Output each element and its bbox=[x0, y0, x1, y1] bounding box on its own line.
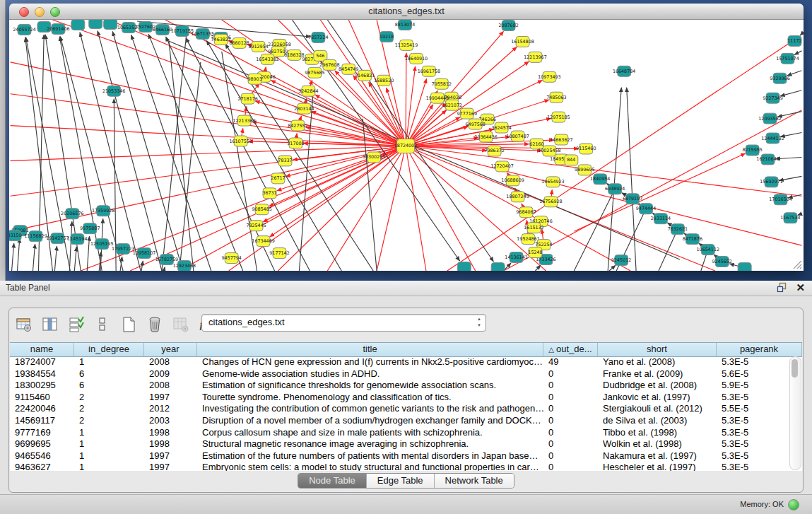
table-row[interactable]: 946362711997Embryonic stem cells: a mode… bbox=[10, 462, 802, 471]
graph-node[interactable] bbox=[104, 20, 117, 29]
tab-network-table[interactable]: Network Table bbox=[435, 474, 514, 488]
black-edge[interactable] bbox=[800, 34, 801, 35]
table-row[interactable]: 977716911998Corpus callosum shape and si… bbox=[10, 427, 802, 439]
table-settings-icon[interactable] bbox=[15, 315, 33, 334]
graph-node[interactable]: 1840954 bbox=[590, 174, 610, 185]
network-canvas[interactable]: 2405572420691406106535271527602846616010… bbox=[9, 20, 804, 271]
black-edge[interactable] bbox=[112, 32, 183, 271]
graph-node[interactable]: 26717 bbox=[271, 173, 285, 184]
graph-node[interactable]: 8471876 bbox=[683, 234, 702, 245]
graph-node[interactable]: 9085485 bbox=[252, 204, 271, 215]
scrollbar-thumb[interactable] bbox=[792, 359, 798, 378]
column-visibility-icon[interactable] bbox=[41, 315, 59, 334]
black-edge[interactable] bbox=[166, 37, 275, 271]
hub-node[interactable]: 18724007 bbox=[394, 139, 417, 153]
column-header-name[interactable]: name bbox=[10, 343, 74, 356]
graph-node[interactable]: 18807249 bbox=[506, 192, 529, 202]
red-edge[interactable] bbox=[406, 53, 406, 146]
graph-node[interactable]: 11325419 bbox=[395, 40, 418, 50]
table-row[interactable]: 1872400712008Changes of HCN gene express… bbox=[10, 356, 802, 368]
red-edge[interactable] bbox=[11, 94, 406, 146]
black-edge[interactable] bbox=[80, 33, 141, 271]
graph-node[interactable] bbox=[491, 263, 505, 271]
red-edge[interactable] bbox=[286, 146, 406, 176]
column-header-year[interactable]: year bbox=[144, 343, 197, 356]
red-edge[interactable] bbox=[180, 146, 406, 271]
resize-grip-icon[interactable] bbox=[792, 259, 802, 269]
graph-node[interactable]: 317008 bbox=[287, 138, 304, 148]
column-header-pagerank[interactable]: pagerank bbox=[717, 343, 802, 356]
graph-node[interactable]: 20206576 bbox=[61, 209, 83, 219]
red-edge[interactable] bbox=[406, 146, 801, 245]
black-edge[interactable] bbox=[794, 51, 801, 55]
table-row[interactable]: 946554611997Estimation of the future num… bbox=[10, 450, 802, 462]
graph-node[interactable]: 12444132 bbox=[761, 133, 784, 144]
graph-node[interactable]: 9975887 bbox=[80, 223, 100, 234]
graph-node[interactable]: 78337 bbox=[278, 156, 292, 166]
graph-node[interactable]: 8215955 bbox=[742, 145, 762, 156]
graph-node[interactable]: 24055724 bbox=[13, 24, 35, 35]
graph-node[interactable]: 16210643 bbox=[756, 154, 779, 165]
graph-node[interactable]: 8660128 bbox=[229, 37, 249, 48]
black-edge[interactable] bbox=[131, 35, 211, 271]
graph-node[interactable]: 8813074 bbox=[395, 20, 415, 30]
graph-node[interactable]: 9115460 bbox=[576, 144, 596, 154]
graph-node[interactable]: 7632621 bbox=[668, 224, 688, 235]
graph-node[interactable]: 9245652 bbox=[712, 257, 732, 267]
graph-node[interactable]: 9875685 bbox=[305, 67, 324, 78]
graph-node[interactable]: 16734469 bbox=[252, 236, 274, 247]
delete-table-icon[interactable] bbox=[146, 315, 164, 334]
row-selection-edit-icon[interactable] bbox=[67, 315, 86, 334]
graph-node[interactable]: 7857224 bbox=[308, 32, 328, 42]
graph-node[interactable]: 1588520 bbox=[374, 75, 394, 86]
graph-node[interactable]: 9899695 bbox=[575, 165, 594, 175]
graph-node[interactable]: 16154808 bbox=[511, 36, 534, 47]
black-edge[interactable] bbox=[98, 31, 162, 271]
column-header-short[interactable]: short bbox=[598, 343, 717, 356]
graph-node[interactable]: 12093582 bbox=[758, 113, 781, 124]
graph-node[interactable]: 3624574 bbox=[491, 122, 511, 133]
black-edge[interactable] bbox=[627, 88, 636, 271]
graph-node[interactable]: 2933114 bbox=[651, 214, 671, 224]
black-edge[interactable] bbox=[780, 90, 801, 96]
graph-node[interactable]: 36731 bbox=[262, 188, 276, 199]
graph-node[interactable]: 19218 bbox=[379, 31, 394, 42]
graph-node[interactable]: 12720407 bbox=[490, 161, 513, 172]
float-panel-icon[interactable] bbox=[777, 282, 787, 293]
graph-node[interactable]: 17016504 bbox=[769, 194, 792, 205]
merge-rows-icon[interactable] bbox=[93, 315, 112, 334]
memory-status-icon[interactable] bbox=[788, 499, 799, 510]
table-row[interactable]: 911546021997Tourette syndrome. Phenomeno… bbox=[10, 392, 802, 404]
graph-node[interactable]: 9245012 bbox=[611, 255, 631, 266]
black-edge[interactable] bbox=[87, 236, 89, 271]
black-edge[interactable] bbox=[535, 265, 540, 271]
graph-node[interactable]: 12975185 bbox=[547, 112, 570, 122]
table-row[interactable]: 969969511998Structural magnetic resonanc… bbox=[10, 438, 802, 450]
graph-node[interactable]: 9457794 bbox=[221, 253, 241, 264]
graph-node[interactable]: 14663627 bbox=[550, 134, 572, 145]
graph-node[interactable]: 14136141 bbox=[505, 252, 527, 263]
graph-node[interactable]: 15248 bbox=[528, 247, 542, 258]
table-selector-dropdown[interactable]: citations_edges.txt ▲ ▼ bbox=[201, 314, 486, 332]
black-edge[interactable] bbox=[164, 267, 165, 271]
red-edge[interactable] bbox=[406, 78, 427, 146]
graph-node[interactable]: 10807487 bbox=[506, 131, 529, 141]
black-edge[interactable] bbox=[186, 38, 310, 271]
graph-node[interactable]: 16961758 bbox=[418, 66, 440, 76]
graph-node[interactable]: 8912954 bbox=[248, 41, 268, 52]
table-vertical-scrollbar[interactable] bbox=[789, 356, 801, 470]
graph-node[interactable]: 18640910 bbox=[405, 53, 428, 64]
black-edge[interactable] bbox=[776, 157, 802, 158]
black-edge[interactable] bbox=[120, 257, 122, 271]
graph-node[interactable]: 2718176 bbox=[237, 93, 257, 104]
close-panel-icon[interactable]: ✕ bbox=[796, 282, 805, 293]
tab-edge-table[interactable]: Edge Table bbox=[367, 474, 435, 488]
graph-node[interactable]: 11172 bbox=[787, 35, 801, 46]
graph-node[interactable]: 19654923 bbox=[541, 177, 564, 187]
graph-node[interactable]: 12505195 bbox=[90, 239, 113, 250]
graph-node[interactable]: 98903 bbox=[247, 74, 261, 84]
graph-node[interactable]: 9227349 bbox=[763, 93, 782, 103]
table-row[interactable]: 2242004622012Investigating the contribut… bbox=[10, 403, 802, 415]
black-edge[interactable] bbox=[12, 243, 14, 271]
graph-node[interactable]: 1145194 bbox=[67, 234, 87, 245]
